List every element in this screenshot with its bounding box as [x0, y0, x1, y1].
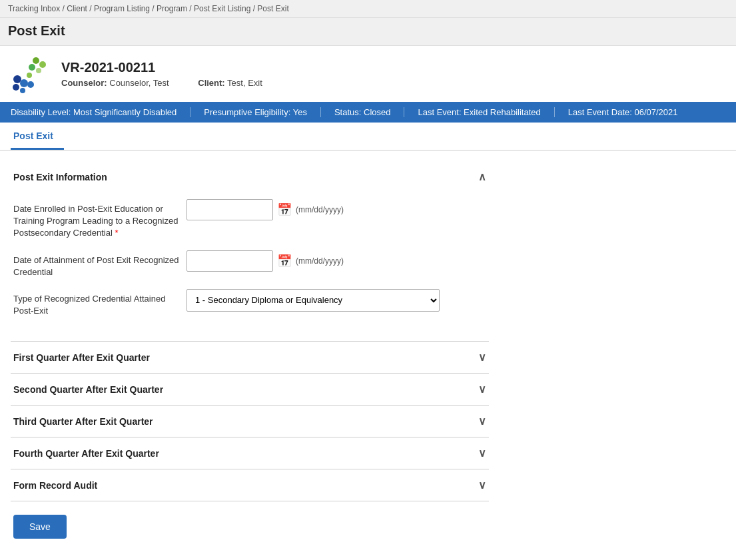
svg-point-4	[27, 73, 32, 78]
chevron-third-quarter-icon: ∨	[478, 415, 486, 427]
chevron-form-record-audit-icon: ∨	[478, 479, 486, 491]
svg-point-1	[39, 61, 46, 68]
svg-point-8	[20, 88, 25, 93]
status-field: Status: Closed	[334, 107, 405, 117]
disability-level: Disability Level: Most Significantly Dis…	[11, 107, 190, 117]
svg-point-5	[13, 75, 21, 83]
case-meta: Counselor: Counselor, Test Client: Test,…	[61, 78, 289, 88]
date-enrolled-input[interactable]	[186, 199, 273, 220]
section-first-quarter-title: First Quarter After Exit Quarter	[13, 352, 150, 363]
required-asterisk: *	[115, 228, 118, 238]
last-event: Last Event: Exited Rehabilitated	[418, 107, 554, 117]
credential-type-select[interactable]: 1 - Secondary Diploma or Equivalency 2 -…	[186, 289, 440, 312]
tab-post-exit[interactable]: Post Exit	[11, 123, 64, 150]
tabs-bar: Post Exit	[0, 123, 736, 150]
section-fourth-quarter-header[interactable]: Fourth Quarter After Exit Quarter ∨	[11, 437, 489, 469]
page-title-bar: Post Exit	[0, 18, 736, 46]
date-enrolled-controls: 📅 (mm/dd/yyyy)	[186, 199, 344, 220]
section-third-quarter-title: Third Quarter After Exit Quarter	[13, 416, 153, 427]
credential-type-label: Type of Recognized Credential Attained P…	[13, 289, 186, 317]
date-attainment-format: (mm/dd/yyyy)	[296, 256, 344, 266]
date-attainment-input[interactable]	[186, 250, 273, 272]
page-title: Post Exit	[8, 23, 728, 39]
chevron-first-quarter-icon: ∨	[478, 351, 486, 364]
counselor-label: Counselor: Counselor, Test	[61, 78, 184, 88]
breadcrumb: Tracking Inbox / Client / Program Listin…	[0, 0, 736, 18]
date-attainment-controls: 📅 (mm/dd/yyyy)	[186, 250, 344, 272]
svg-point-6	[20, 79, 28, 87]
chevron-post-exit-info-icon: ∧	[478, 170, 486, 183]
last-event-date: Last Event Date: 06/07/2021	[568, 107, 691, 117]
section-second-quarter-title: Second Quarter After Exit Quarter	[13, 384, 163, 395]
status-bar: Disability Level: Most Significantly Dis…	[0, 102, 736, 123]
section-third-quarter-header[interactable]: Third Quarter After Exit Quarter ∨	[11, 406, 489, 437]
svg-point-9	[27, 81, 34, 88]
date-attainment-calendar-icon[interactable]: 📅	[277, 254, 292, 268]
section-form-record-audit-header[interactable]: Form Record Audit ∨	[11, 469, 489, 501]
presumptive-eligibility: Presumptive Eligibility: Yes	[204, 107, 321, 117]
logo-icon	[11, 54, 51, 94]
section-first-quarter-header[interactable]: First Quarter After Exit Quarter ∨	[11, 342, 489, 373]
chevron-fourth-quarter-icon: ∨	[478, 447, 486, 459]
section-fourth-quarter: Fourth Quarter After Exit Quarter ∨	[11, 437, 489, 469]
credential-type-row: Type of Recognized Credential Attained P…	[13, 289, 486, 317]
date-attainment-row: Date of Attainment of Post Exit Recogniz…	[13, 250, 486, 278]
credential-type-controls: 1 - Secondary Diploma or Equivalency 2 -…	[186, 289, 440, 312]
header-info: VR-2021-00211 Counselor: Counselor, Test…	[61, 60, 289, 88]
section-second-quarter-header[interactable]: Second Quarter After Exit Quarter ∨	[11, 374, 489, 405]
client-label: Client: Test, Exit	[198, 78, 276, 88]
header-card: VR-2021-00211 Counselor: Counselor, Test…	[0, 46, 736, 102]
date-attainment-label: Date of Attainment of Post Exit Recogniz…	[13, 250, 186, 278]
section-post-exit-info-body: Date Enrolled in Post-Exit Education or …	[11, 192, 489, 341]
date-enrolled-row: Date Enrolled in Post-Exit Education or …	[13, 199, 486, 240]
section-form-record-audit-title: Form Record Audit	[13, 480, 97, 491]
section-form-record-audit: Form Record Audit ∨	[11, 469, 489, 501]
date-enrolled-format: (mm/dd/yyyy)	[296, 205, 344, 214]
section-second-quarter: Second Quarter After Exit Quarter ∨	[11, 374, 489, 406]
svg-point-2	[29, 64, 35, 71]
section-post-exit-info: Post Exit Information ∧ Date Enrolled in…	[11, 161, 489, 342]
main-content: Post Exit Information ∧ Date Enrolled in…	[0, 150, 500, 549]
section-first-quarter: First Quarter After Exit Quarter ∨	[11, 342, 489, 374]
date-enrolled-label: Date Enrolled in Post-Exit Education or …	[13, 199, 186, 240]
svg-point-0	[33, 57, 39, 64]
svg-point-3	[36, 68, 41, 73]
save-button[interactable]: Save	[13, 515, 67, 539]
section-third-quarter: Third Quarter After Exit Quarter ∨	[11, 406, 489, 437]
case-id: VR-2021-00211	[61, 60, 289, 75]
svg-point-7	[13, 84, 19, 91]
section-fourth-quarter-title: Fourth Quarter After Exit Quarter	[13, 448, 159, 459]
chevron-second-quarter-icon: ∨	[478, 383, 486, 396]
section-post-exit-info-title: Post Exit Information	[13, 172, 107, 182]
date-enrolled-calendar-icon[interactable]: 📅	[277, 202, 292, 217]
section-post-exit-info-header[interactable]: Post Exit Information ∧	[11, 161, 489, 192]
